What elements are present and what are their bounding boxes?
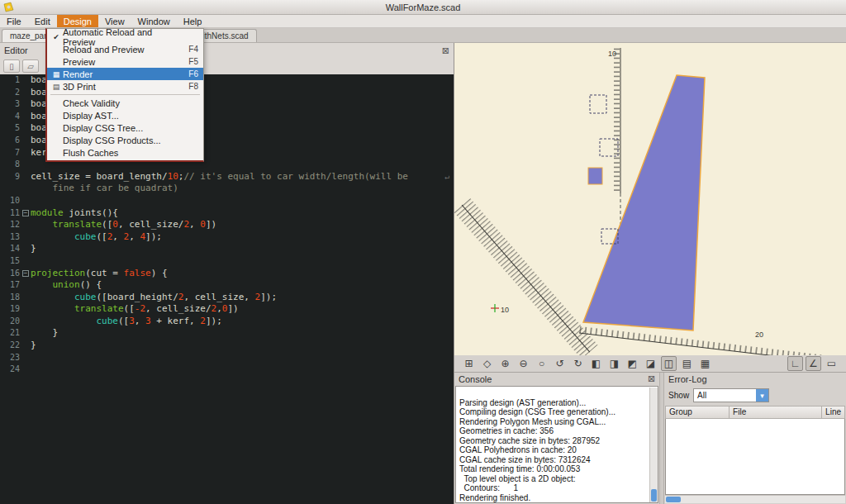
fold-marker-icon[interactable]: − xyxy=(22,270,29,277)
menubar-item-file[interactable]: File xyxy=(0,15,28,27)
console-line: Parsing design (AST generation)... xyxy=(459,398,658,408)
fold-column xyxy=(21,231,31,244)
code-line[interactable]: 23 xyxy=(0,352,454,364)
fold-column xyxy=(21,74,31,87)
code-line[interactable]: 19 translate([-2, cell_size/2,0]) xyxy=(0,303,454,316)
fold-column xyxy=(21,135,31,147)
rotate-ccw-icon[interactable]: ↺ xyxy=(552,356,568,371)
code-text: boa xyxy=(31,122,47,135)
orthogonal-icon[interactable]: ▦ xyxy=(697,356,713,371)
menu-item-display-csg-products[interactable]: Display CSG Products... xyxy=(47,134,203,146)
menu-item-check-validity[interactable]: Check Validity xyxy=(47,97,203,109)
view-all-icon[interactable]: ⊞ xyxy=(461,356,477,371)
errorlog-panel: Error-Log Show All ▾ GroupFileLine xyxy=(664,373,846,504)
fold-column: − xyxy=(21,207,31,220)
fold-column xyxy=(21,316,31,328)
errorlog-scrollbar-thumb[interactable] xyxy=(666,497,681,502)
code-line[interactable]: 10 xyxy=(0,195,454,207)
code-line[interactable]: 24 xyxy=(0,364,454,376)
editor-close-icon[interactable]: ⊠ xyxy=(442,45,449,56)
check-icon: ✔ xyxy=(50,33,63,41)
menubar-item-help[interactable]: Help xyxy=(177,15,209,27)
column-header-group[interactable]: Group xyxy=(665,406,730,419)
zoom-window-icon[interactable]: ◇ xyxy=(479,356,495,371)
column-header-line[interactable]: Line xyxy=(822,406,845,419)
menu-item-label: Check Validity xyxy=(63,98,133,108)
code-line[interactable]: 15 xyxy=(0,255,454,268)
view-left-icon[interactable]: ◧ xyxy=(588,356,604,371)
line-number xyxy=(0,183,21,195)
menu-item-label: Render xyxy=(63,69,106,79)
errorlog-scrollbar[interactable] xyxy=(665,495,845,503)
fold-marker-icon[interactable]: − xyxy=(22,210,29,216)
zoom-in-icon[interactable]: ⊕ xyxy=(497,356,513,371)
errorlog-filter-select[interactable]: All ▾ xyxy=(693,388,769,402)
measure-distance-icon[interactable]: ∟ xyxy=(787,356,803,371)
right-panel: 10 10 20 ⊞◇⊕⊖○↺↻◧◨◩◪◫▤▦∟∠▭ Console ⊠ Par… xyxy=(454,43,846,504)
code-line[interactable]: 11−module joints(){ xyxy=(0,207,454,220)
menubar-item-edit[interactable]: Edit xyxy=(28,15,57,27)
menubar-item-window[interactable]: Window xyxy=(131,15,177,27)
open-file-icon[interactable]: ▱ xyxy=(22,59,39,73)
view-top-icon[interactable]: ◩ xyxy=(625,356,640,371)
code-line[interactable]: 18 cube([board_height/2, cell_size, 2]); xyxy=(0,292,454,304)
rotate-cw-icon[interactable]: ↻ xyxy=(570,356,586,371)
viewport-3d[interactable]: 10 10 20 xyxy=(454,43,846,354)
view-bottom-icon[interactable]: ◪ xyxy=(643,356,658,371)
menu-item-display-ast[interactable]: Display AST... xyxy=(47,109,203,121)
code-line[interactable]: 12 translate([0, cell_size/2, 0]) xyxy=(0,219,454,231)
code-line[interactable]: 14} xyxy=(0,243,454,255)
code-line[interactable]: 16−projection(cut = false) { xyxy=(0,268,454,280)
column-header-file[interactable]: File xyxy=(730,406,822,419)
selection-frame-icon[interactable]: ▭ xyxy=(824,356,839,371)
console-line: Rendering Polygon Mesh using CGAL... xyxy=(459,417,658,427)
rendered-object-joint[interactable] xyxy=(588,168,602,184)
menubar-item-design[interactable]: Design xyxy=(57,15,98,27)
code-line[interactable]: 9cell_size = board_length/10;// it's equ… xyxy=(0,171,454,183)
menu-item-display-csg-tree[interactable]: Display CSG Tree... xyxy=(47,121,203,134)
errorlog-table-body[interactable] xyxy=(665,419,845,496)
perspective-icon[interactable]: ▤ xyxy=(679,356,695,371)
code-text: union() { xyxy=(31,279,102,292)
code-line[interactable]: 20 cube([3, 3 + kerf, 2]); xyxy=(0,316,454,328)
menu-item-render[interactable]: ▦RenderF6 xyxy=(47,68,203,80)
menubar-item-view[interactable]: View xyxy=(98,15,131,27)
code-line[interactable]: 22} xyxy=(0,340,454,352)
code-text: } xyxy=(31,340,36,352)
line-number: 14 xyxy=(0,243,21,255)
view-diagonal-icon[interactable]: ◫ xyxy=(661,356,677,371)
fold-column xyxy=(21,183,31,195)
axis-label-x: 20 xyxy=(755,330,763,339)
line-number: 10 xyxy=(0,195,21,207)
code-text: cube([board_height/2, cell_size, 2]); xyxy=(31,292,277,304)
viewport-canvas[interactable]: 10 10 20 xyxy=(454,43,846,355)
console-scrollbar[interactable] xyxy=(649,388,658,503)
code-line[interactable]: 17 union() { xyxy=(0,279,454,292)
code-line[interactable]: fine if car be quadrat) xyxy=(0,183,454,195)
line-number: 8 xyxy=(0,159,21,171)
measure-angle-icon[interactable]: ∠ xyxy=(806,356,821,371)
menu-item-flush-caches[interactable]: Flush Caches xyxy=(47,146,203,159)
view-right-icon[interactable]: ◨ xyxy=(606,356,622,371)
menu-item-preview[interactable]: PreviewF5 xyxy=(47,55,203,68)
code-line[interactable]: 21 } xyxy=(0,327,454,340)
console-close-icon[interactable]: ⊠ xyxy=(648,373,655,384)
menu-item-label: Display CSG Products... xyxy=(63,136,174,145)
zoom-reset-icon[interactable]: ○ xyxy=(534,356,549,371)
zoom-out-icon[interactable]: ⊖ xyxy=(516,356,531,371)
menu-item-label: Display CSG Tree... xyxy=(63,123,156,133)
menu-item-automatic-reload-and-preview[interactable]: ✔Automatic Reload and Preview xyxy=(47,31,203,43)
line-number: 17 xyxy=(0,279,21,292)
code-text: } xyxy=(31,243,36,255)
console-body[interactable]: Parsing design (AST generation)...Compil… xyxy=(455,386,658,504)
code-text: boa xyxy=(31,111,47,123)
console-scrollbar-thumb[interactable] xyxy=(651,489,657,502)
code-text: projection(cut = false) { xyxy=(31,268,168,280)
code-line[interactable]: 13 cube([2, 2, 4]); xyxy=(0,231,454,244)
new-file-icon[interactable]: ▯ xyxy=(3,59,20,73)
errorlog-panel-title: Error-Log xyxy=(668,374,706,384)
line-number: 20 xyxy=(0,316,21,328)
fold-column xyxy=(21,340,31,352)
line-number: 12 xyxy=(0,219,21,231)
menu-item-3d-print[interactable]: ▤3D PrintF8 xyxy=(47,80,203,93)
